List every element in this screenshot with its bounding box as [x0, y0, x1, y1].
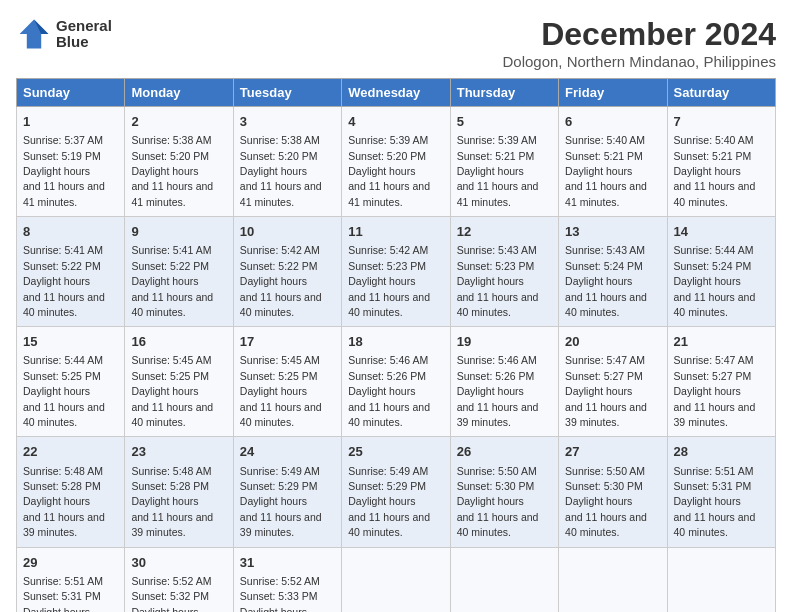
daylight-label: Daylight hours — [565, 495, 632, 507]
daylight-label: Daylight hours — [23, 275, 90, 287]
day-number: 16 — [131, 333, 226, 351]
daylight-value: and 11 hours and 40 minutes. — [240, 401, 322, 428]
day-cell: 18 Sunrise: 5:46 AM Sunset: 5:26 PM Dayl… — [342, 327, 450, 437]
daylight-label: Daylight hours — [457, 385, 524, 397]
sunrise: Sunrise: 5:38 AM — [131, 134, 211, 146]
sunset: Sunset: 5:20 PM — [131, 150, 209, 162]
daylight-value: and 11 hours and 41 minutes. — [565, 180, 647, 207]
day-number: 10 — [240, 223, 335, 241]
daylight-value: and 11 hours and 40 minutes. — [674, 511, 756, 538]
daylight-label: Daylight hours — [348, 275, 415, 287]
day-cell: 10 Sunrise: 5:42 AM Sunset: 5:22 PM Dayl… — [233, 217, 341, 327]
day-cell: 21 Sunrise: 5:47 AM Sunset: 5:27 PM Dayl… — [667, 327, 775, 437]
week-row-3: 15 Sunrise: 5:44 AM Sunset: 5:25 PM Dayl… — [17, 327, 776, 437]
sunrise: Sunrise: 5:42 AM — [348, 244, 428, 256]
sunset: Sunset: 5:22 PM — [23, 260, 101, 272]
daylight-label: Daylight hours — [131, 606, 198, 612]
day-cell: 2 Sunrise: 5:38 AM Sunset: 5:20 PM Dayli… — [125, 107, 233, 217]
day-number: 5 — [457, 113, 552, 131]
day-cell: 31 Sunrise: 5:52 AM Sunset: 5:33 PM Dayl… — [233, 547, 341, 612]
daylight-value: and 11 hours and 39 minutes. — [457, 401, 539, 428]
sunrise: Sunrise: 5:43 AM — [565, 244, 645, 256]
daylight-value: and 11 hours and 39 minutes. — [23, 511, 105, 538]
daylight-label: Daylight hours — [131, 275, 198, 287]
daylight-label: Daylight hours — [240, 275, 307, 287]
daylight-value: and 11 hours and 40 minutes. — [348, 511, 430, 538]
daylight-value: and 11 hours and 39 minutes. — [240, 511, 322, 538]
daylight-label: Daylight hours — [240, 495, 307, 507]
sunset: Sunset: 5:23 PM — [457, 260, 535, 272]
day-number: 17 — [240, 333, 335, 351]
day-cell: 24 Sunrise: 5:49 AM Sunset: 5:29 PM Dayl… — [233, 437, 341, 547]
sunrise: Sunrise: 5:51 AM — [23, 575, 103, 587]
day-cell: 30 Sunrise: 5:52 AM Sunset: 5:32 PM Dayl… — [125, 547, 233, 612]
daylight-label: Daylight hours — [565, 385, 632, 397]
day-number: 8 — [23, 223, 118, 241]
day-number: 30 — [131, 554, 226, 572]
day-cell: 16 Sunrise: 5:45 AM Sunset: 5:25 PM Dayl… — [125, 327, 233, 437]
day-cell: 8 Sunrise: 5:41 AM Sunset: 5:22 PM Dayli… — [17, 217, 125, 327]
sunrise: Sunrise: 5:43 AM — [457, 244, 537, 256]
daylight-value: and 11 hours and 40 minutes. — [23, 291, 105, 318]
day-cell: 5 Sunrise: 5:39 AM Sunset: 5:21 PM Dayli… — [450, 107, 558, 217]
daylight-label: Daylight hours — [348, 385, 415, 397]
sunset: Sunset: 5:22 PM — [131, 260, 209, 272]
sunrise: Sunrise: 5:41 AM — [131, 244, 211, 256]
day-cell: 11 Sunrise: 5:42 AM Sunset: 5:23 PM Dayl… — [342, 217, 450, 327]
sunrise: Sunrise: 5:44 AM — [674, 244, 754, 256]
logo: General Blue — [16, 16, 112, 52]
sunset: Sunset: 5:25 PM — [240, 370, 318, 382]
day-cell — [450, 547, 558, 612]
sunset: Sunset: 5:28 PM — [131, 480, 209, 492]
daylight-label: Daylight hours — [565, 275, 632, 287]
day-cell: 19 Sunrise: 5:46 AM Sunset: 5:26 PM Dayl… — [450, 327, 558, 437]
day-number: 29 — [23, 554, 118, 572]
column-header-friday: Friday — [559, 79, 667, 107]
daylight-value: and 11 hours and 40 minutes. — [565, 511, 647, 538]
sunset: Sunset: 5:24 PM — [674, 260, 752, 272]
week-row-4: 22 Sunrise: 5:48 AM Sunset: 5:28 PM Dayl… — [17, 437, 776, 547]
day-cell: 17 Sunrise: 5:45 AM Sunset: 5:25 PM Dayl… — [233, 327, 341, 437]
day-cell: 1 Sunrise: 5:37 AM Sunset: 5:19 PM Dayli… — [17, 107, 125, 217]
sunrise: Sunrise: 5:50 AM — [565, 465, 645, 477]
sunrise: Sunrise: 5:49 AM — [348, 465, 428, 477]
sunset: Sunset: 5:33 PM — [240, 590, 318, 602]
day-number: 21 — [674, 333, 769, 351]
sunrise: Sunrise: 5:46 AM — [457, 354, 537, 366]
sunset: Sunset: 5:29 PM — [240, 480, 318, 492]
daylight-label: Daylight hours — [565, 165, 632, 177]
sunrise: Sunrise: 5:39 AM — [457, 134, 537, 146]
sunrise: Sunrise: 5:49 AM — [240, 465, 320, 477]
day-number: 4 — [348, 113, 443, 131]
sunset: Sunset: 5:21 PM — [565, 150, 643, 162]
daylight-value: and 11 hours and 40 minutes. — [131, 291, 213, 318]
sunrise: Sunrise: 5:44 AM — [23, 354, 103, 366]
daylight-label: Daylight hours — [348, 495, 415, 507]
sunrise: Sunrise: 5:51 AM — [674, 465, 754, 477]
sunrise: Sunrise: 5:42 AM — [240, 244, 320, 256]
column-header-tuesday: Tuesday — [233, 79, 341, 107]
day-cell: 25 Sunrise: 5:49 AM Sunset: 5:29 PM Dayl… — [342, 437, 450, 547]
day-cell: 29 Sunrise: 5:51 AM Sunset: 5:31 PM Dayl… — [17, 547, 125, 612]
sunrise: Sunrise: 5:39 AM — [348, 134, 428, 146]
daylight-label: Daylight hours — [23, 385, 90, 397]
daylight-label: Daylight hours — [674, 165, 741, 177]
daylight-label: Daylight hours — [457, 275, 524, 287]
day-number: 7 — [674, 113, 769, 131]
day-number: 23 — [131, 443, 226, 461]
column-header-thursday: Thursday — [450, 79, 558, 107]
column-header-monday: Monday — [125, 79, 233, 107]
day-cell: 23 Sunrise: 5:48 AM Sunset: 5:28 PM Dayl… — [125, 437, 233, 547]
sunrise: Sunrise: 5:40 AM — [565, 134, 645, 146]
day-number: 13 — [565, 223, 660, 241]
day-cell: 9 Sunrise: 5:41 AM Sunset: 5:22 PM Dayli… — [125, 217, 233, 327]
column-header-wednesday: Wednesday — [342, 79, 450, 107]
daylight-value: and 11 hours and 41 minutes. — [457, 180, 539, 207]
daylight-label: Daylight hours — [131, 385, 198, 397]
daylight-value: and 11 hours and 39 minutes. — [565, 401, 647, 428]
day-number: 6 — [565, 113, 660, 131]
sunrise: Sunrise: 5:52 AM — [131, 575, 211, 587]
daylight-value: and 11 hours and 39 minutes. — [674, 401, 756, 428]
daylight-label: Daylight hours — [23, 606, 90, 612]
sunset: Sunset: 5:25 PM — [23, 370, 101, 382]
